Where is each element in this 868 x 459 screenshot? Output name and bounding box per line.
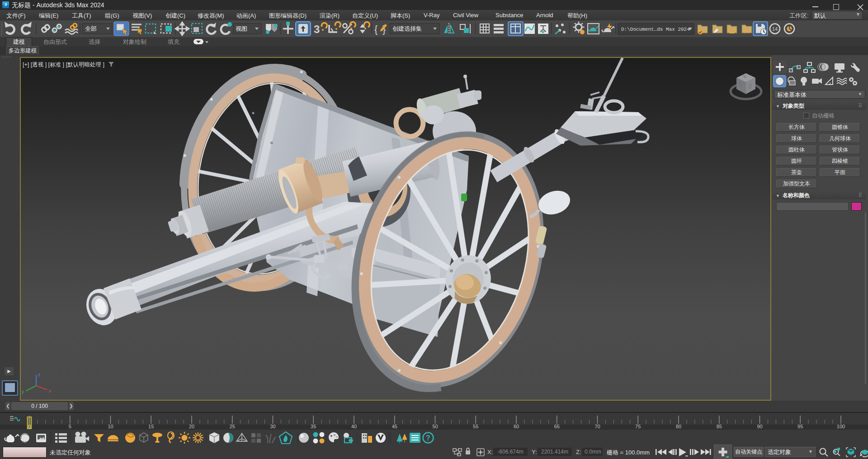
svg-text:70: 70: [594, 424, 600, 429]
svg-text:40: 40: [351, 424, 357, 429]
svg-text:z: z: [38, 372, 40, 377]
svg-text:30: 30: [270, 424, 275, 429]
svg-text:14: 14: [772, 26, 778, 32]
svg-text:25: 25: [230, 424, 235, 429]
svg-text:y: y: [22, 389, 24, 394]
svg-text:5: 5: [69, 424, 71, 429]
svg-text:创建选择集: 创建选择集: [392, 25, 422, 32]
svg-text:3: 3: [314, 23, 320, 35]
svg-text:?: ?: [426, 434, 430, 442]
svg-text:3: 3: [5, 2, 7, 7]
svg-text:65: 65: [554, 424, 560, 429]
svg-text:80: 80: [676, 424, 681, 429]
svg-text:15: 15: [148, 424, 154, 429]
svg-text:x: x: [49, 388, 51, 393]
svg-text:10: 10: [108, 424, 113, 429]
svg-text:85: 85: [717, 424, 722, 429]
svg-text:75: 75: [635, 424, 641, 429]
svg-text:50: 50: [432, 424, 438, 429]
svg-text:95: 95: [797, 424, 803, 429]
svg-text:35: 35: [311, 424, 316, 429]
svg-text:0: 0: [28, 424, 31, 429]
svg-text:全部: 全部: [85, 25, 97, 32]
svg-text:D:\Document…ds Max 2024: D:\Document…ds Max 2024: [621, 27, 690, 32]
svg-text:45: 45: [392, 424, 397, 429]
svg-text:20: 20: [189, 424, 194, 429]
svg-text:90: 90: [757, 424, 762, 429]
svg-text:视图: 视图: [236, 25, 247, 32]
svg-text:{: {: [374, 24, 377, 35]
svg-text:60: 60: [514, 424, 519, 429]
svg-text:100: 100: [837, 424, 845, 429]
svg-text:[+] [透视 ] [标准 ] [默认明暗处理 ]: [+] [透视 ] [标准 ] [默认明暗处理 ]: [23, 62, 104, 68]
svg-text:55: 55: [473, 424, 478, 429]
